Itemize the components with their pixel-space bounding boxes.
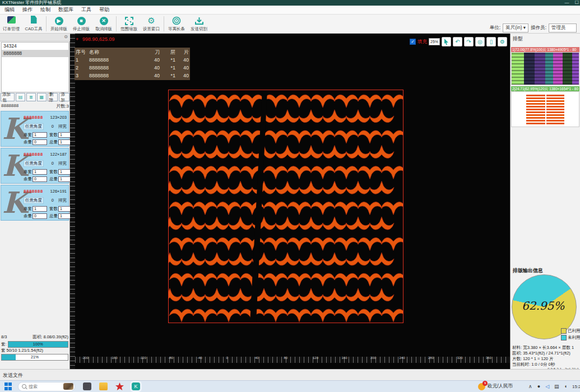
nested-part[interactable] (263, 95, 288, 108)
nested-part[interactable] (275, 110, 300, 123)
nested-part[interactable] (181, 288, 206, 301)
view-list-button[interactable]: ≣ (26, 93, 36, 101)
toolbar-button-zoom-fit[interactable]: 范围缩放 (118, 15, 140, 33)
nested-part[interactable] (216, 166, 241, 179)
nested-part[interactable] (346, 253, 370, 265)
nesting-canvas[interactable]: + 998.90,625.09 序号名称刀层片1888888840*140288… (70, 34, 510, 369)
nested-part[interactable] (334, 166, 359, 179)
news-ticker[interactable]: 9 欧元/人民币 (478, 383, 513, 390)
nested-part[interactable] (263, 273, 288, 286)
nested-part[interactable] (240, 95, 265, 108)
nested-part[interactable] (193, 309, 217, 322)
material-header-2[interactable]: 2|24.71|62.95%|120片 1380×1654*1 - 80 (511, 86, 579, 91)
view-thumb-button[interactable]: ▦ (37, 93, 47, 101)
field-input[interactable]: 1 (33, 169, 47, 175)
nested-part[interactable] (287, 237, 312, 250)
nested-part[interactable] (228, 110, 253, 123)
nested-part[interactable] (228, 181, 253, 194)
nested-part[interactable] (358, 273, 382, 286)
toolbar-button-cad-tools[interactable]: CAD工具 (22, 15, 45, 33)
angle-mode-select[interactable]: 任意角度 (24, 197, 44, 204)
maximize-button[interactable]: ☐ (575, 0, 579, 5)
canvas-settings-button[interactable]: ⚙ (498, 37, 507, 46)
tray-app-icon[interactable]: ● (537, 384, 540, 389)
toolbar-button-stop-nest[interactable]: ■停止排版 (70, 15, 92, 33)
add-part-button[interactable]: 添加 (59, 93, 69, 101)
part-card-1[interactable]: K8888888123×203任意角度0排完单套1套数1余量0总量1 (1, 111, 69, 147)
tray-clock[interactable]: 15:2 (572, 384, 580, 389)
nested-part[interactable] (322, 110, 347, 123)
nested-part[interactable] (252, 181, 276, 194)
select-cursor-button[interactable] (442, 37, 451, 46)
nested-part[interactable] (193, 202, 217, 215)
nested-part[interactable] (169, 273, 194, 286)
nested-part[interactable] (322, 146, 347, 158)
nested-part[interactable] (322, 181, 347, 194)
unit-select[interactable]: 英尺(in) ▾ (503, 24, 528, 32)
nested-part[interactable] (181, 181, 206, 194)
nested-part[interactable] (168, 146, 182, 158)
nested-part[interactable] (205, 146, 229, 158)
nested-part[interactable] (299, 253, 323, 265)
nested-part[interactable] (299, 181, 323, 194)
field-input[interactable]: 0 (33, 176, 47, 182)
nested-part[interactable] (181, 217, 206, 230)
menu-item-6[interactable]: 帮助 (99, 6, 109, 13)
nested-part[interactable] (381, 130, 403, 143)
nested-part[interactable] (358, 309, 382, 322)
nested-part[interactable] (228, 288, 253, 301)
nested-part[interactable] (169, 237, 194, 250)
nested-part[interactable] (168, 181, 182, 194)
nested-part[interactable] (334, 273, 359, 286)
toolbar-button-order-manager[interactable]: 订单管理 (0, 15, 22, 33)
menu-item-3[interactable]: 绘制 (40, 6, 50, 13)
nested-part[interactable] (358, 130, 382, 143)
nested-part[interactable] (299, 146, 323, 158)
tray-expand-icon[interactable]: ∧ (528, 384, 532, 389)
menu-item-4[interactable]: 数据库 (58, 6, 73, 13)
nested-part[interactable] (287, 202, 312, 215)
nested-part[interactable] (168, 110, 182, 123)
nested-part[interactable] (299, 217, 323, 230)
nested-part[interactable] (181, 146, 206, 158)
redo-button[interactable]: ↷ (464, 37, 474, 46)
nested-part[interactable] (216, 130, 241, 143)
nested-part[interactable] (334, 237, 359, 250)
nested-part[interactable] (287, 309, 312, 322)
nested-part[interactable] (205, 181, 229, 194)
nested-part[interactable] (310, 130, 335, 143)
nested-part[interactable] (358, 95, 382, 108)
nested-part[interactable] (181, 253, 206, 265)
nested-part[interactable] (263, 202, 288, 215)
nested-part[interactable] (358, 237, 382, 250)
nested-part[interactable] (322, 288, 347, 301)
nested-part[interactable] (346, 110, 370, 123)
search-daily-image[interactable] (63, 383, 73, 390)
nested-part[interactable] (193, 95, 217, 108)
nested-part[interactable] (169, 166, 194, 179)
nested-part[interactable] (193, 237, 217, 250)
zoom-in-button[interactable]: ◎ (475, 37, 485, 46)
nested-part[interactable] (369, 181, 394, 194)
nested-part[interactable] (205, 217, 229, 230)
nested-part[interactable] (358, 202, 382, 215)
order-list-item[interactable]: 8888888 (2, 50, 68, 57)
nested-part[interactable] (310, 237, 335, 250)
nested-part[interactable] (346, 181, 370, 194)
nested-part[interactable] (263, 166, 288, 179)
nested-part[interactable] (193, 166, 217, 179)
nested-part[interactable] (216, 237, 241, 250)
nested-part[interactable] (168, 253, 182, 265)
taskbar-app-taskview[interactable] (83, 382, 91, 390)
fill-checkbox[interactable]: ✓ (410, 39, 416, 45)
toolbar-button-start-nest[interactable]: ▶开始排版 (48, 15, 70, 33)
nested-part[interactable] (369, 253, 394, 265)
nested-part[interactable] (334, 309, 359, 322)
angle-mode-select[interactable]: 任意角度 (24, 123, 44, 130)
nested-part[interactable] (287, 166, 312, 179)
tray-volume-icon[interactable]: ◖ (564, 384, 567, 389)
nested-part[interactable] (169, 309, 194, 322)
angle-mode-select[interactable]: 任意角度 (24, 160, 44, 167)
toolbar-button-settings-window[interactable]: ⚙设置窗口 (140, 15, 163, 33)
material-thumbnail-1[interactable] (511, 52, 579, 85)
